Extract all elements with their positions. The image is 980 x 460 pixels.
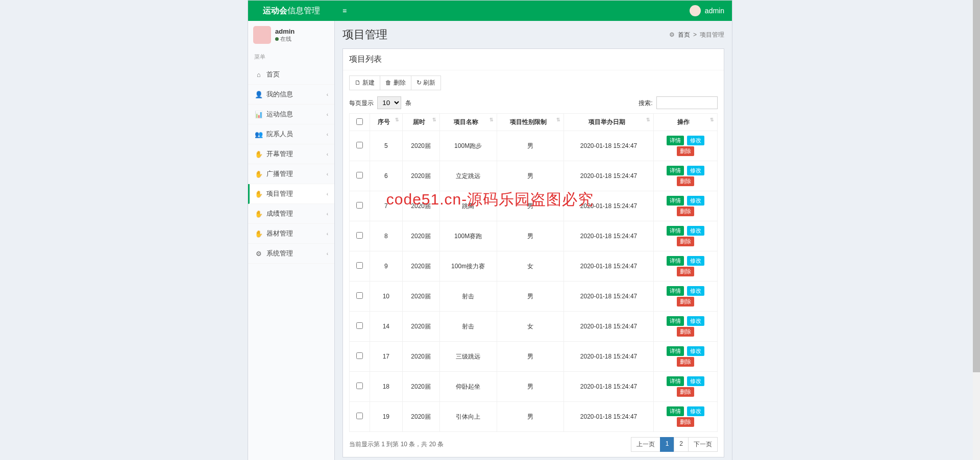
detail-button[interactable]: 详情 [667, 376, 684, 386]
cell-actions: 详情 修改 删除 [654, 221, 718, 251]
sidebar-item-4[interactable]: ✋开幕管理‹ [248, 144, 334, 164]
search-input[interactable] [656, 96, 718, 109]
sidebar-item-0[interactable]: ⌂首页 [248, 65, 334, 85]
detail-button[interactable]: 详情 [667, 196, 684, 206]
sidebar-item-7[interactable]: ✋成绩管理‹ [248, 204, 334, 224]
edit-button[interactable]: 修改 [687, 256, 704, 266]
cell-date: 2020-01-18 15:24:47 [564, 342, 654, 372]
delete-row-button[interactable]: 删除 [677, 327, 694, 337]
delete-row-button[interactable]: 删除 [677, 387, 694, 397]
delete-row-button[interactable]: 删除 [677, 237, 694, 246]
cell-name: 射击 [439, 282, 497, 312]
col-header[interactable]: 操作⇅ [654, 114, 718, 131]
cell-id: 6 [370, 161, 403, 191]
hamburger-icon[interactable]: ≡ [335, 7, 354, 15]
browser-scrollbar[interactable] [973, 0, 980, 460]
row-checkbox[interactable] [356, 142, 363, 148]
page-title: 项目管理 [342, 27, 387, 42]
detail-button[interactable]: 详情 [667, 346, 684, 356]
edit-button[interactable]: 修改 [687, 316, 704, 326]
refresh-button[interactable]: ↻ 刷新 [411, 75, 441, 90]
row-checkbox[interactable] [356, 413, 363, 419]
dashboard-icon: ⚙ [669, 31, 675, 38]
select-all-checkbox[interactable] [356, 118, 363, 125]
row-checkbox[interactable] [356, 262, 363, 269]
sidebar-item-2[interactable]: 📊运动信息‹ [248, 105, 334, 124]
col-header[interactable]: 项目性别限制⇅ [497, 114, 564, 131]
cell-id: 18 [370, 372, 403, 402]
row-checkbox[interactable] [356, 172, 363, 178]
cell-gender: 女 [497, 312, 564, 342]
cell-name: 仰卧起坐 [439, 372, 497, 402]
page-prev[interactable]: 上一页 [631, 437, 660, 452]
delete-row-button[interactable]: 删除 [677, 297, 694, 306]
detail-button[interactable]: 详情 [667, 226, 684, 236]
table-row: 7 2020届 跳高 男 2020-01-18 15:24:47 详情 修改 删… [350, 191, 718, 221]
col-header[interactable]: 序号⇅ [370, 114, 403, 131]
edit-button[interactable]: 修改 [687, 346, 704, 356]
sidebar-item-1[interactable]: 👤我的信息‹ [248, 85, 334, 105]
delete-row-button[interactable]: 删除 [677, 176, 694, 186]
breadcrumb-home[interactable]: 首页 [678, 31, 690, 39]
breadcrumb-current: 项目管理 [700, 31, 724, 39]
row-checkbox[interactable] [356, 352, 363, 359]
edit-button[interactable]: 修改 [687, 166, 704, 175]
new-button[interactable]: 🗋 新建 [349, 75, 380, 90]
search-box: 搜索: [639, 96, 718, 109]
menu-label: 成绩管理 [266, 209, 293, 218]
page-length-select[interactable]: 10 [377, 96, 401, 109]
user-status: 在线 [275, 35, 295, 43]
delete-row-button[interactable]: 删除 [677, 146, 694, 156]
detail-button[interactable]: 详情 [667, 256, 684, 266]
delete-row-button[interactable]: 删除 [677, 357, 694, 367]
cell-name: 射击 [439, 312, 497, 342]
detail-button[interactable]: 详情 [667, 136, 684, 145]
delete-row-button[interactable]: 删除 [677, 267, 694, 276]
row-checkbox[interactable] [356, 322, 363, 329]
cell-session: 2020届 [402, 161, 439, 191]
row-checkbox[interactable] [356, 232, 363, 239]
cell-date: 2020-01-18 15:24:47 [564, 131, 654, 161]
sidebar-item-5[interactable]: ✋广播管理‹ [248, 164, 334, 184]
col-header[interactable]: 届时⇅ [402, 114, 439, 131]
user-menu[interactable]: admin [690, 5, 732, 16]
menu-icon: ⌂ [254, 71, 263, 79]
edit-button[interactable]: 修改 [687, 196, 704, 206]
delete-row-button[interactable]: 删除 [677, 417, 694, 427]
menu-label: 开幕管理 [266, 149, 293, 159]
detail-button[interactable]: 详情 [667, 166, 684, 175]
cell-session: 2020届 [402, 282, 439, 312]
edit-button[interactable]: 修改 [687, 136, 704, 145]
chevron-left-icon: ‹ [327, 92, 328, 97]
sidebar-item-9[interactable]: ⚙系统管理‹ [248, 244, 334, 264]
sidebar-item-6[interactable]: ✋项目管理‹ [248, 184, 334, 204]
page-next[interactable]: 下一页 [688, 437, 718, 452]
edit-button[interactable]: 修改 [687, 406, 704, 416]
table-row: 10 2020届 射击 男 2020-01-18 15:24:47 详情 修改 … [350, 282, 718, 312]
sidebar-item-8[interactable]: ✋器材管理‹ [248, 224, 334, 244]
col-header[interactable]: 项目名称⇅ [439, 114, 497, 131]
page-2[interactable]: 2 [674, 437, 689, 452]
detail-button[interactable]: 详情 [667, 406, 684, 416]
row-checkbox[interactable] [356, 382, 363, 389]
cell-date: 2020-01-18 15:24:47 [564, 251, 654, 282]
detail-button[interactable]: 详情 [667, 316, 684, 326]
delete-button[interactable]: 🗑 删除 [380, 75, 411, 90]
cell-id: 17 [370, 342, 403, 372]
page-1[interactable]: 1 [660, 437, 675, 452]
edit-button[interactable]: 修改 [687, 286, 704, 296]
cell-session: 2020届 [402, 251, 439, 282]
cell-session: 2020届 [402, 131, 439, 161]
edit-button[interactable]: 修改 [687, 226, 704, 236]
edit-button[interactable]: 修改 [687, 376, 704, 386]
detail-button[interactable]: 详情 [667, 286, 684, 296]
menu-icon: 📊 [254, 111, 263, 118]
row-checkbox[interactable] [356, 292, 363, 299]
row-checkbox[interactable] [356, 202, 363, 209]
sidebar-item-3[interactable]: 👥院系人员‹ [248, 124, 334, 144]
delete-row-button[interactable]: 删除 [677, 207, 694, 216]
col-header[interactable]: 项目举办日期⇅ [564, 114, 654, 131]
chevron-left-icon: ‹ [327, 171, 328, 177]
page-length: 每页显示 10 条 [349, 96, 411, 109]
cell-gender: 女 [497, 251, 564, 282]
